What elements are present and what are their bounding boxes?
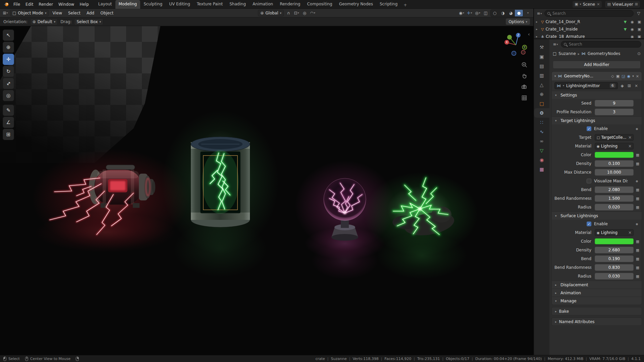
surface-radius-field[interactable]: 0.030 — [595, 273, 634, 280]
menu-render[interactable]: Render — [36, 0, 56, 9]
modifier-header[interactable]: ▾ ⋈ GeometryNo... ◇ ▣ ◲ ◉ ▾ × — [552, 72, 642, 80]
surface-bend-field[interactable]: 0.190 — [595, 255, 634, 262]
max-distance-field[interactable]: 10.000 — [595, 169, 634, 176]
ortho-perspective-button[interactable] — [521, 94, 528, 102]
menu-view[interactable]: View — [50, 9, 64, 17]
fake-user-shield-icon[interactable]: ◈ — [620, 83, 625, 88]
animate-dot[interactable]: ● — [641, 145, 642, 148]
breadcrumb-object[interactable]: Suzanne — [558, 51, 576, 56]
expand-icon[interactable]: ▸ — [536, 20, 539, 23]
surface-color-swatch[interactable] — [595, 238, 634, 244]
animate-dot[interactable]: ● — [641, 171, 642, 174]
unlink-scene-icon[interactable]: × — [597, 2, 600, 6]
animate-dot[interactable]: ● — [641, 102, 642, 105]
view-layer-selector[interactable]: ▤ ViewLayer ⊞ — [605, 1, 640, 8]
tool-cursor[interactable]: ⊕ — [3, 42, 14, 53]
workspace-tab-layout[interactable]: Layout — [95, 0, 115, 9]
animate-dot[interactable]: ● — [641, 231, 642, 234]
camera-view-button[interactable] — [521, 83, 528, 90]
target-enable-checkbox[interactable]: ✓ — [587, 126, 591, 131]
expand-icon[interactable]: ▸ — [536, 35, 539, 38]
panel-named-attributes-header[interactable]: ▸ Named Attributes — [551, 317, 642, 326]
animate-dot[interactable]: ● — [641, 197, 642, 200]
new-view-layer-icon[interactable]: ⊞ — [635, 2, 638, 6]
xray-toggle-button[interactable]: ◫ — [482, 10, 489, 16]
transform-orientation-dropdown[interactable]: ⊕ Global ▾ — [258, 10, 284, 16]
proportional-falloff-dropdown[interactable]: ◠▾ — [309, 10, 316, 16]
target-collection-selector[interactable]: □ TargetColle... × — [595, 134, 634, 141]
snap-target-dropdown[interactable]: ⊡▾ — [293, 10, 300, 16]
properties-tab-texture[interactable]: ▦ — [534, 165, 549, 174]
properties-tab-constraints[interactable]: ∞ — [534, 136, 549, 146]
panel-bake-header[interactable]: ▸ Bake — [551, 307, 642, 315]
animate-dot[interactable]: ● — [641, 188, 642, 191]
render-visibility-icon[interactable]: ▣ — [637, 27, 642, 32]
properties-tab-scene[interactable]: △ — [534, 80, 549, 89]
target-color-swatch[interactable] — [595, 152, 634, 158]
outliner-item-crate-14-door-r[interactable]: ▸ ▽ Crate_14_Door_R ▼ ◉ ▣ — [534, 18, 644, 25]
shading-rendered-button[interactable]: ● — [515, 10, 523, 16]
collapse-icon[interactable]: ▸ — [555, 320, 557, 323]
animate-dot[interactable]: ● — [641, 249, 642, 252]
attribute-toggle-icon[interactable]: ▦ — [635, 162, 640, 166]
animate-dot[interactable]: ● — [635, 223, 639, 226]
expand-icon[interactable]: ▸ — [536, 27, 539, 31]
properties-editor-type-button[interactable]: ≡▾ — [552, 41, 559, 48]
animate-dot[interactable]: ● — [641, 275, 642, 278]
workspace-tab-texture-paint[interactable]: Texture Paint — [194, 0, 226, 9]
properties-search-input[interactable] — [568, 42, 638, 47]
render-icon[interactable]: ◉ — [627, 74, 631, 78]
surface-bend-randomness-field[interactable]: 0.830 — [595, 264, 634, 271]
animate-dot[interactable]: ● — [641, 257, 642, 260]
overlays-dropdown[interactable]: ◎▾ — [474, 10, 481, 16]
hide-eye-icon[interactable]: ◉ — [630, 35, 635, 39]
render-visibility-icon[interactable]: ▣ — [637, 35, 642, 39]
blender-logo-icon[interactable] — [3, 2, 9, 7]
attribute-toggle-icon[interactable]: ▦ — [635, 196, 640, 201]
workspace-tab-geometry-nodes[interactable]: Geometry Nodes — [336, 0, 376, 9]
animate-dot[interactable]: ● — [635, 127, 639, 130]
target-density-field[interactable]: 0.100 — [595, 160, 634, 167]
properties-tab-modifiers[interactable]: ⚙ — [534, 108, 549, 118]
tool-measure[interactable]: ∠ — [3, 117, 14, 128]
tool-tweak-select[interactable]: ↖ — [3, 29, 14, 41]
panel-displacement-header[interactable]: ▸ Displacement — [552, 281, 642, 289]
shading-material-button[interactable]: ◕ — [507, 10, 515, 16]
attribute-toggle-icon[interactable]: ▦ — [635, 239, 640, 244]
node-group-users[interactable]: 6 — [610, 83, 615, 88]
tool-add-cube[interactable]: ⊞ — [3, 129, 14, 140]
animate-dot[interactable]: ● — [641, 136, 642, 139]
animate-dot[interactable]: ● — [641, 111, 642, 114]
properties-tab-particles[interactable]: ∷ — [534, 118, 549, 127]
surface-enable-checkbox[interactable]: ✓ — [587, 222, 591, 226]
attribute-toggle-icon[interactable]: ▦ — [635, 248, 640, 252]
tool-move[interactable]: ✛ — [3, 54, 14, 65]
workspace-tab-scripting[interactable]: Scripting — [376, 0, 401, 9]
options-button[interactable]: Options ▾ — [506, 18, 530, 25]
workspace-tab-modeling[interactable]: Modeling — [115, 0, 141, 9]
tool-rotate[interactable]: ↻ — [3, 66, 14, 77]
scene-selector[interactable]: ▣ ▾ Scene × — [573, 1, 602, 8]
add-workspace-button[interactable]: + — [401, 1, 410, 9]
tool-annotate[interactable]: ✎ — [3, 105, 14, 116]
target-bend-randomness-field[interactable]: 1.500 — [595, 195, 634, 202]
panel-settings-header[interactable]: ▾ Settings — [552, 91, 642, 99]
panel-manage-header[interactable]: ▾ Manage — [552, 297, 642, 305]
outliner-item-crate-18-armature[interactable]: ▸ ⋔ Crate_18_Armature ◉ ▣ — [534, 33, 644, 38]
gizmo-x-neg-axis[interactable] — [521, 50, 525, 54]
gizmos-dropdown[interactable]: ✛▾ — [466, 10, 473, 16]
object-visibility-dropdown[interactable]: ◉▾ — [458, 10, 465, 16]
properties-tab-object-data[interactable]: ▽ — [534, 146, 549, 155]
gizmo-y-neg-axis[interactable] — [507, 35, 512, 40]
drag-setting-dropdown[interactable]: Select Box ▾ — [74, 18, 103, 25]
attribute-toggle-icon[interactable]: ▦ — [635, 188, 640, 192]
zoom-button[interactable] — [521, 61, 528, 68]
close-modifier-icon[interactable]: × — [636, 74, 639, 78]
profile-resolution-field[interactable]: 3 — [595, 109, 634, 115]
add-modifier-button[interactable]: Add Modifier — [553, 61, 641, 69]
outliner-item-crate-14-inside[interactable]: ▸ ▽ Crate_14_Inside ▼ ◉ ▣ — [534, 25, 644, 33]
outliner-search-input[interactable] — [552, 11, 631, 16]
breadcrumb-data[interactable]: GeometryNodes — [588, 51, 620, 56]
animate-dot[interactable]: ● — [641, 162, 642, 165]
render-visibility-icon[interactable]: ▣ — [637, 20, 642, 24]
